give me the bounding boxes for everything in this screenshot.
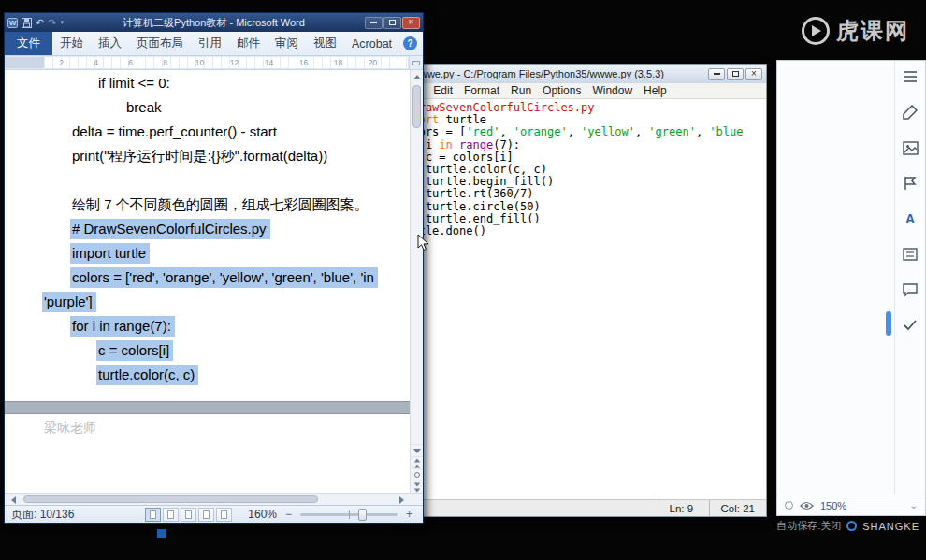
taskbar-item[interactable]: [157, 529, 166, 538]
ribbon-tab[interactable]: 插入: [91, 32, 129, 55]
menu-item[interactable]: Options: [537, 84, 586, 97]
ribbon-tab[interactable]: Acrobat: [344, 32, 399, 55]
doc-line: for i in range(7):: [5, 314, 410, 338]
ribbon-tab[interactable]: 视图: [306, 32, 344, 55]
word-app-icon[interactable]: W: [7, 18, 18, 28]
idle-menubar: FileEditFormatRunOptionsWindowHelp: [394, 83, 766, 99]
page-break: [5, 401, 410, 414]
ruler-numbers: 2468101214161820: [44, 57, 390, 68]
text-icon[interactable]: A: [900, 208, 920, 229]
horizontal-scrollbar[interactable]: [5, 493, 423, 505]
panel-bottom-bar: 150% ⌄: [777, 495, 925, 515]
vertical-scrollbar[interactable]: [410, 70, 423, 493]
ribbon-tab[interactable]: 邮件: [229, 32, 268, 55]
chevron-down-icon[interactable]: ⌄: [910, 500, 918, 510]
zoom-level[interactable]: 160%: [248, 508, 277, 521]
undo-icon[interactable]: ↶: [36, 18, 44, 28]
ruler-margin-block[interactable]: [5, 57, 44, 68]
tab-file[interactable]: 文件: [5, 32, 52, 55]
print-layout-view-icon[interactable]: [145, 508, 161, 522]
minimize-button[interactable]: [365, 17, 383, 29]
idle-code-editor[interactable]: # DrawSevenColorfulCircles.pyimport turt…: [394, 99, 766, 499]
page-indicator[interactable]: 页面: 10/136: [5, 507, 74, 523]
autosave-status: 自动保存:关闭 SHANGKE: [776, 519, 919, 533]
image-icon[interactable]: [900, 137, 920, 158]
doc-line: print("程序运行时间是:{}秒".format(delta)): [5, 144, 410, 168]
scroll-up-icon[interactable]: [411, 70, 423, 83]
next-page-icon[interactable]: [411, 481, 423, 493]
menu-item[interactable]: Run: [505, 84, 537, 97]
ruler-number: 4: [79, 58, 113, 67]
zoom-slider-thumb[interactable]: [358, 509, 367, 521]
autosave-label: 自动保存:关闭: [776, 519, 841, 533]
ruler-number: 18: [321, 58, 355, 67]
ribbon-tab[interactable]: 开始: [52, 32, 91, 55]
panel-scrollbar-thumb[interactable]: [886, 311, 891, 336]
chat-icon[interactable]: [900, 280, 920, 300]
ribbon-tab[interactable]: 页面布局: [129, 32, 191, 55]
redo-icon[interactable]: ↷: [48, 18, 56, 28]
maximize-button[interactable]: [383, 17, 401, 29]
mouse-cursor: [417, 234, 430, 252]
zoom-out-icon[interactable]: −: [282, 509, 295, 521]
slides-icon[interactable]: [900, 244, 920, 265]
qat-dropdown-icon[interactable]: ▾: [60, 20, 64, 26]
ruler-number: 16: [286, 58, 321, 67]
footer-author-text: 梁咏老师: [44, 420, 96, 437]
brush-icon[interactable]: [900, 102, 920, 122]
ruler-number: 6: [113, 58, 148, 67]
outline-view-icon[interactable]: [198, 508, 214, 522]
menu-item[interactable]: Edit: [427, 84, 458, 97]
column-indicator: Col: 21: [709, 500, 766, 516]
doc-line: 'purple']: [5, 290, 410, 314]
idle-window-title: wwwe.py - C:/Program Files/Python35/wwwe…: [412, 68, 703, 79]
previous-page-icon[interactable]: [411, 456, 423, 468]
menu-icon[interactable]: [900, 66, 920, 87]
flag-icon[interactable]: [900, 173, 920, 194]
line-indicator: Ln: 9: [658, 500, 709, 516]
save-icon[interactable]: [22, 18, 32, 28]
idle-minimize-button[interactable]: [708, 68, 725, 80]
ribbon-tab-bar: 文件 开始插入页面布局引用邮件审阅视图Acrobat ?: [5, 32, 423, 56]
close-button[interactable]: ×: [402, 17, 420, 29]
watermark: 虎课网: [802, 16, 909, 46]
menu-item[interactable]: Format: [458, 84, 505, 97]
doc-line: break: [5, 95, 410, 120]
brand-label: SHANGKE: [862, 521, 919, 532]
scroll-down-icon[interactable]: [411, 444, 423, 456]
doc-line: c = colors[i]: [5, 338, 410, 363]
play-logo-icon: [802, 17, 830, 45]
menu-item[interactable]: Help: [638, 84, 673, 97]
idle-titlebar: wwwe.py - C:/Program Files/Python35/wwwe…: [394, 65, 766, 83]
select-browse-object-icon[interactable]: [411, 468, 423, 481]
scroll-right-icon[interactable]: [395, 495, 408, 504]
vertical-scroll-thumb[interactable]: [412, 85, 421, 128]
check-icon[interactable]: [900, 315, 920, 336]
ruler-number: 20: [355, 58, 390, 67]
ribbon-tabs: 开始插入页面布局引用邮件审阅视图Acrobat: [52, 32, 399, 55]
panel-zoom-level[interactable]: 150%: [820, 500, 846, 511]
horizontal-scroll-thumb[interactable]: [23, 495, 318, 503]
scroll-left-icon[interactable]: [7, 495, 20, 504]
ribbon-tab[interactable]: 审阅: [268, 32, 306, 55]
draft-view-icon[interactable]: [216, 508, 232, 522]
record-dot-icon[interactable]: [785, 501, 793, 510]
ruler-toggle-icon[interactable]: [409, 56, 423, 69]
help-icon[interactable]: ?: [403, 36, 417, 50]
ruler-number: 10: [182, 58, 217, 67]
word-window: W ↶ ↷ ▾ 计算机二级Python教材 - Microsoft Word ×…: [4, 12, 424, 524]
eye-icon[interactable]: [800, 501, 814, 510]
ruler-number: 2: [44, 58, 79, 67]
zoom-slider[interactable]: [300, 513, 398, 516]
doc-line: [5, 168, 410, 193]
menu-item[interactable]: Window: [586, 84, 638, 97]
idle-maximize-button[interactable]: [727, 68, 744, 80]
ribbon-tab[interactable]: 引用: [191, 32, 229, 55]
idle-close-button[interactable]: ×: [745, 68, 762, 80]
document-area[interactable]: if limit <= 0:breakdelta = time.perf_cou…: [5, 70, 423, 493]
view-mode-buttons: [145, 508, 232, 522]
fullscreen-view-icon[interactable]: [163, 508, 179, 522]
zoom-slider-center-mark: [349, 510, 350, 519]
zoom-in-icon[interactable]: +: [403, 509, 415, 521]
web-layout-view-icon[interactable]: [181, 508, 196, 522]
